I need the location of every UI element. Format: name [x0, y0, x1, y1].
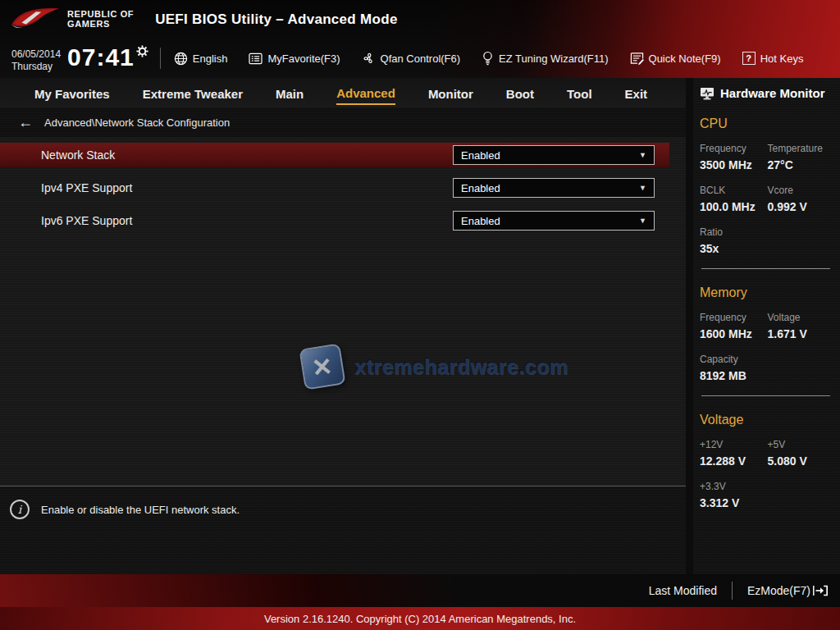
hardware-monitor-panel: Hardware Monitor CPU Frequency 3500 MHz … [693, 78, 840, 574]
field-label: BCLK [700, 185, 765, 196]
field-value: 12.288 V [700, 454, 765, 468]
voltage-3-3v: +3.3V 3.312 V [700, 481, 765, 509]
field-label: Frequency [700, 143, 765, 154]
field-label: +12V [700, 439, 765, 450]
field-label: Vcore [768, 185, 833, 196]
field-value: 1600 MHz [700, 327, 765, 340]
clock-settings-gear-icon[interactable] [136, 45, 148, 57]
field-value: 3500 MHz [700, 158, 765, 171]
section-divider [701, 268, 830, 269]
field-value: 27°C [768, 158, 833, 171]
memory-section-title: Memory [700, 285, 832, 300]
header-toolbar-bar: 06/05/2014 Thursday 07:41 [0, 39, 840, 78]
help-panel: i Enable or disable the UEFI network sta… [0, 486, 686, 574]
date-text: 06/05/2014 [11, 48, 61, 61]
network-stack-dropdown[interactable]: Enabled ▼ [453, 145, 655, 165]
tab-boot[interactable]: Boot [506, 82, 534, 104]
quick-note-button[interactable]: Quick Note(F9) [630, 52, 721, 65]
clock-block: 06/05/2014 Thursday 07:41 [11, 43, 148, 73]
ipv6-pxe-dropdown[interactable]: Enabled ▼ [453, 211, 655, 231]
watermark: ✕ xtremehardware.com [302, 346, 568, 387]
watermark-x-glyph: ✕ [311, 351, 335, 381]
watermark-x-icon: ✕ [299, 343, 345, 390]
footer-divider [732, 582, 733, 600]
language-button[interactable]: English [174, 52, 228, 66]
hardware-monitor-title: Hardware Monitor [700, 86, 832, 100]
cpu-section-title: CPU [700, 116, 832, 131]
chevron-down-icon: ▼ [639, 184, 646, 192]
tab-main[interactable]: Main [276, 82, 304, 104]
field-label: Temperature [768, 143, 833, 154]
page-title: UEFI BIOS Utility – Advanced Mode [155, 11, 397, 28]
ezmode-button[interactable]: EzMode(F7) [747, 584, 829, 597]
info-icon: i [10, 500, 30, 519]
field-label: +5V [768, 439, 833, 450]
brand-line-1: REPUBLIC OF [67, 10, 134, 20]
last-modified-button[interactable]: Last Modified [649, 584, 717, 597]
rog-eye-logo-icon [10, 3, 61, 36]
field-label: Capacity [700, 354, 765, 365]
tab-bar: My Favorites Extreme Tweaker Main Advanc… [0, 78, 686, 107]
memory-voltage: Voltage 1.671 V [768, 312, 833, 340]
date-day: 06/05/2014 Thursday [11, 43, 61, 73]
hot-keys-button[interactable]: ? Hot Keys [742, 52, 804, 65]
field-value: 8192 MB [700, 369, 765, 382]
quick-note-icon [630, 52, 644, 65]
chevron-down-icon: ▼ [639, 217, 646, 225]
main-panel: My Favorites Extreme Tweaker Main Advanc… [0, 78, 686, 574]
fan-icon [362, 52, 376, 66]
version-bar: Version 2.16.1240. Copyright (C) 2014 Am… [0, 607, 840, 630]
version-text: Version 2.16.1240. Copyright (C) 2014 Am… [264, 613, 576, 625]
qfan-label: Qfan Control(F6) [381, 52, 461, 65]
voltage-12v: +12V 12.288 V [700, 439, 765, 468]
voltage-section-title: Voltage [700, 413, 832, 427]
tab-exit[interactable]: Exit [625, 82, 648, 104]
setting-row-network-stack[interactable]: Network Stack Enabled ▼ [0, 143, 669, 167]
hot-keys-label: Hot Keys [760, 52, 804, 65]
tab-tool[interactable]: Tool [567, 82, 592, 104]
memory-capacity: Capacity 8192 MB [700, 354, 765, 382]
myfavorite-button[interactable]: MyFavorite(F3) [249, 52, 340, 65]
setting-row-ipv6-pxe[interactable]: Ipv6 PXE Support Enabled ▼ [0, 208, 686, 233]
monitor-icon [700, 87, 714, 100]
dropdown-value: Enabled [461, 182, 500, 194]
cpu-bclk: BCLK 100.0 MHz [700, 185, 765, 213]
help-text: Enable or disable the UEFI network stack… [41, 500, 240, 516]
exit-to-ezmode-icon [812, 584, 829, 597]
setting-row-ipv4-pxe[interactable]: Ipv4 PXE Support Enabled ▼ [0, 176, 686, 200]
question-icon: ? [742, 52, 756, 65]
toolbar: English MyFavorite(F3) [174, 51, 804, 66]
memory-frequency: Frequency 1600 MHz [700, 312, 765, 340]
ez-tuning-label: EZ Tuning Wizard(F11) [499, 52, 608, 65]
breadcrumb-bar: ← Advanced\Network Stack Configuration [0, 107, 686, 137]
footer-bar: Last Modified EzMode(F7) [0, 574, 840, 607]
chevron-down-icon: ▼ [639, 151, 646, 159]
back-arrow-icon[interactable]: ← [18, 115, 33, 130]
brand-line-2: GAMERS [67, 20, 134, 30]
settings-list: Network Stack Enabled ▼ Ipv4 PXE Support… [0, 137, 686, 233]
uefi-bios-screen: REPUBLIC OF GAMERS UEFI BIOS Utility – A… [0, 0, 840, 630]
myfavorite-label: MyFavorite(F3) [267, 52, 340, 65]
tab-extreme-tweaker[interactable]: Extreme Tweaker [143, 82, 243, 104]
breadcrumb: Advanced\Network Stack Configuration [44, 116, 230, 129]
tab-my-favorites[interactable]: My Favorites [34, 82, 110, 104]
brand-text: REPUBLIC OF GAMERS [67, 10, 134, 29]
voltage-fields: +12V 12.288 V +5V 5.080 V +3.3V 3.312 V [700, 439, 832, 509]
setting-label: Network Stack [41, 148, 115, 162]
cpu-vcore: Vcore 0.992 V [768, 185, 833, 213]
field-value: 0.992 V [768, 200, 833, 213]
tab-monitor[interactable]: Monitor [428, 82, 473, 104]
dropdown-value: Enabled [461, 149, 500, 162]
time-text: 07:41 [67, 43, 135, 71]
cpu-frequency: Frequency 3500 MHz [700, 143, 765, 171]
watermark-text: xtremehardware.com [354, 355, 568, 379]
tab-advanced[interactable]: Advanced [336, 81, 395, 105]
header: REPUBLIC OF GAMERS UEFI BIOS Utility – A… [0, 0, 840, 78]
memory-fields: Frequency 1600 MHz Voltage 1.671 V Capac… [700, 312, 832, 382]
toolbar-divider [160, 48, 161, 69]
cpu-ratio: Ratio 35x [700, 226, 765, 255]
qfan-control-button[interactable]: Qfan Control(F6) [362, 52, 461, 66]
lightbulb-icon [482, 51, 494, 66]
ipv4-pxe-dropdown[interactable]: Enabled ▼ [453, 178, 655, 198]
ez-tuning-wizard-button[interactable]: EZ Tuning Wizard(F11) [482, 51, 608, 66]
